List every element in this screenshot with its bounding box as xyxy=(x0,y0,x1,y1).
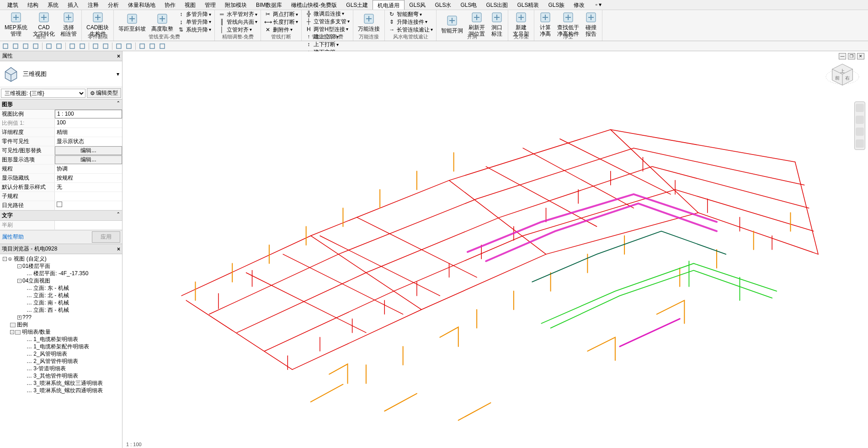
tree-node[interactable]: -明细表/数量 xyxy=(1,328,121,336)
tree-leaf[interactable]: … 1_电缆桥架配件明细表 xyxy=(1,343,121,350)
menu-体量和场地[interactable]: 体量和场地 xyxy=(123,0,160,10)
del-att-button[interactable]: ✕删附件▾ xyxy=(263,26,299,34)
menu-GLS精装[interactable]: GLS精装 xyxy=(512,0,543,10)
eq-slope-button[interactable]: 等距至斜坡 xyxy=(116,11,149,33)
menu-分析[interactable]: 分析 xyxy=(103,0,123,10)
collapse-icon[interactable]: - xyxy=(10,330,14,334)
tree-leaf[interactable]: … 3_其他管件明细表 xyxy=(1,372,121,379)
prop-value[interactable]: 100 xyxy=(55,119,122,128)
2pt-br-button[interactable]: ✂两点打断▾ xyxy=(263,11,299,18)
tree-leaf[interactable]: … 立面: 南 - 机械 xyxy=(1,299,121,306)
tree-leaf[interactable]: … 3_喷淋系统_螺纹四通明细表 xyxy=(1,387,121,394)
prop-edit-button[interactable]: 编辑... xyxy=(55,155,122,164)
menu-修改[interactable]: 修改 xyxy=(569,0,589,10)
long-cont-button[interactable]: →长管连续逾让▾ xyxy=(387,26,434,34)
tree-leaf[interactable]: … 3_喷淋系统_螺纹三通明细表 xyxy=(1,379,121,387)
smart-hole-button[interactable]: 智能开洞 xyxy=(438,13,466,35)
orbit-icon[interactable] xyxy=(856,139,864,148)
menu-BIM数据库[interactable]: BIM数据库 xyxy=(251,0,287,10)
two-h-button[interactable]: H两管H型连接▾ xyxy=(304,26,351,33)
fine-conn-button[interactable]: ╬微调后连接▾ xyxy=(304,10,351,18)
qat-tag-button[interactable] xyxy=(91,42,100,50)
qat-arc-button[interactable] xyxy=(78,42,87,50)
instance-selector[interactable]: 三维视图: {三维} xyxy=(1,89,85,98)
tree-leaf[interactable]: … 1_电缆桥架明细表 xyxy=(1,336,121,343)
tree-node[interactable]: 图例 xyxy=(1,321,121,328)
pan-icon[interactable] xyxy=(856,116,864,124)
menu-注释[interactable]: 注释 xyxy=(83,0,103,10)
viewcube[interactable]: 上 前 右 xyxy=(824,57,861,93)
qat-measure-button[interactable] xyxy=(44,42,53,50)
updown-v-button[interactable]: ↕上下打断▾ xyxy=(304,41,351,48)
close-icon[interactable]: × xyxy=(117,246,120,252)
apply-button[interactable]: 应用 xyxy=(92,231,120,243)
tree-leaf[interactable]: … 2_风管管件明细表 xyxy=(1,357,121,365)
multi-lift-button[interactable]: ↕多管升降▾ xyxy=(176,11,213,18)
vert-align-button[interactable]: ║管线向共面▾ xyxy=(217,18,259,26)
qat-filter-button[interactable] xyxy=(114,42,123,50)
len-br-button[interactable]: ⟷长度打断▾ xyxy=(263,18,299,26)
menu-管理[interactable]: 管理 xyxy=(200,0,220,10)
menu-GLS出图[interactable]: GLS出图 xyxy=(481,0,512,10)
h-align-button[interactable]: ═水平管对齐▾ xyxy=(217,11,259,18)
tree-root[interactable]: -⊙ 视图 (自定义) xyxy=(1,255,121,262)
zoom-icon[interactable] xyxy=(856,128,864,136)
prop-edit-button[interactable]: 编辑... xyxy=(55,146,122,155)
chevron-down-icon[interactable]: ▾ xyxy=(117,71,119,77)
qat-save-button[interactable] xyxy=(11,42,20,50)
prop-value[interactable]: 1 : 100 xyxy=(55,110,122,118)
qat-crop-button[interactable] xyxy=(138,42,147,50)
menu-GLS电[interactable]: GLS电 xyxy=(456,0,481,10)
element-type-box[interactable]: 三维视图 ▾ xyxy=(0,61,122,87)
expand-icon[interactable]: + xyxy=(17,315,21,320)
qat-hide-button[interactable] xyxy=(158,42,167,50)
multi-br-button[interactable]: ┼立管连多支管▾ xyxy=(304,18,351,26)
qat-redo-button[interactable] xyxy=(31,42,40,50)
single-lift-button[interactable]: ↨单管升降▾ xyxy=(176,18,213,26)
collapse-icon[interactable]: - xyxy=(3,257,7,261)
qat-section-button[interactable] xyxy=(101,42,110,50)
tree-node[interactable]: -04立面视图 xyxy=(1,277,121,284)
menu-协作[interactable]: 协作 xyxy=(160,0,180,10)
sys-lift-button[interactable]: ⇅系统升降▾ xyxy=(176,26,213,34)
height-button[interactable]: 高度取整 xyxy=(149,11,176,33)
prop-category-图形[interactable]: 图形⌃ xyxy=(0,99,122,110)
prop-value[interactable]: 按规程 xyxy=(55,174,122,182)
qat-grid-button[interactable] xyxy=(124,42,133,50)
qat-select-button[interactable] xyxy=(54,42,64,50)
lift-conn-button[interactable]: ⇕升降连接件▾ xyxy=(387,18,434,26)
qat-open-button[interactable] xyxy=(1,42,10,50)
menu-附加模块[interactable]: 附加模块 xyxy=(220,0,251,10)
tree-node[interactable]: -01楼层平面 xyxy=(1,262,121,270)
tree-leaf[interactable]: … 立面: 北 - 机械 xyxy=(1,292,121,299)
menu-橄榄山快模-免费版[interactable]: 橄榄山快模-免费版 xyxy=(287,0,341,10)
tree-leaf[interactable]: … 立面: 西 - 机械 xyxy=(1,306,121,314)
tree-leaf[interactable]: … 立面: 东 - 机械 xyxy=(1,284,121,292)
viewport-3d[interactable]: — ❐ ✕ xyxy=(122,51,868,448)
v-align-button[interactable]: │立管对齐▾ xyxy=(217,26,259,34)
menu-GLS水[interactable]: GLS水 xyxy=(430,0,456,10)
smart-flip-button[interactable]: ↻智能翻弯▾ xyxy=(387,11,434,18)
prop-checkbox[interactable] xyxy=(55,201,122,210)
prop-category-文字[interactable]: 文字⌃ xyxy=(0,210,122,221)
tree-leaf[interactable]: … 楼层平面: -4F_-17.350 xyxy=(1,270,121,277)
qat-box-button[interactable] xyxy=(148,42,157,50)
prop-value[interactable]: 精细 xyxy=(55,128,122,137)
menu-GLS土建[interactable]: GLS土建 xyxy=(341,0,373,10)
menu-overflow[interactable]: ▫ ▾ xyxy=(589,0,606,10)
univ-conn-button[interactable]: 万能连接 xyxy=(355,11,383,33)
menu-建筑[interactable]: 建筑 xyxy=(3,0,23,10)
menu-插入[interactable]: 插入 xyxy=(63,0,83,10)
collapse-icon[interactable]: - xyxy=(17,264,21,268)
collapse-icon[interactable]: - xyxy=(17,279,21,283)
home-icon[interactable] xyxy=(856,104,864,112)
qat-dim-button[interactable] xyxy=(68,42,77,50)
prop-value[interactable]: 无 xyxy=(55,183,122,192)
menu-GLS族[interactable]: GLS族 xyxy=(543,0,569,10)
tree-leaf[interactable]: … 2_风管明细表 xyxy=(1,350,121,357)
menu-视图[interactable]: 视图 xyxy=(180,0,200,10)
menu-系统[interactable]: 系统 xyxy=(43,0,63,10)
prop-value[interactable]: 协调 xyxy=(55,165,122,173)
menu-GLS风[interactable]: GLS风 xyxy=(405,0,430,10)
nav-bar[interactable] xyxy=(854,101,865,150)
